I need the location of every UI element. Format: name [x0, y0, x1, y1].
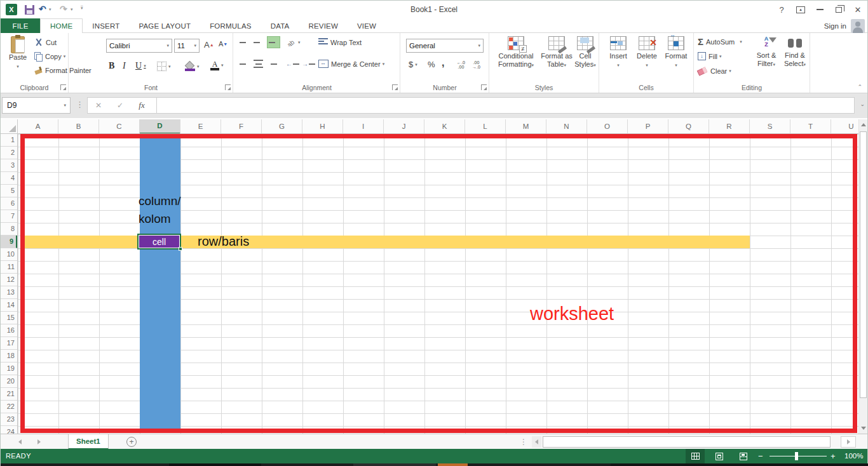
enter-icon[interactable]: ✓ [109, 101, 131, 110]
ribbon-tab-insert[interactable]: INSERT [83, 18, 129, 33]
column-header-N[interactable]: N [546, 119, 587, 134]
format-as-table-button[interactable]: Format as Table▾ [540, 36, 573, 69]
minimize-button[interactable] [810, 1, 829, 18]
middle-align-button[interactable] [254, 38, 263, 46]
ribbon-tab-file[interactable]: FILE [1, 18, 40, 33]
column-header-K[interactable]: K [424, 119, 465, 134]
align-left-button[interactable] [240, 60, 249, 68]
cut-button[interactable]: Cut [34, 38, 57, 46]
undo-icon[interactable]: ↶ [39, 4, 46, 14]
row-header-16[interactable]: 16 [1, 324, 17, 337]
paste-dropdown-icon[interactable]: ▾ [17, 62, 19, 70]
select-all-corner[interactable] [1, 119, 18, 134]
shrink-font-button[interactable]: A▼ [219, 40, 227, 48]
row-header-9[interactable]: 9 [1, 236, 17, 248]
column-header-U[interactable]: U [831, 119, 860, 134]
vertical-scrollbar-thumb[interactable] [860, 131, 867, 398]
increase-decimal-button[interactable]: ←.0.00 [457, 60, 468, 69]
collapse-ribbon-icon[interactable]: ⌃ [857, 84, 862, 90]
row-header-3[interactable]: 3 [1, 159, 17, 172]
redo-icon[interactable]: ↷ [60, 4, 67, 14]
next-sheet-icon[interactable] [37, 439, 41, 444]
number-dialog-launcher[interactable] [481, 84, 487, 90]
insert-cells-button[interactable]: Insert▾ [606, 36, 631, 69]
scroll-up-icon[interactable] [859, 119, 868, 130]
redo-dropdown-icon[interactable]: ▾ [71, 7, 73, 12]
delete-cells-button[interactable]: ✕ Delete▾ [634, 36, 660, 69]
close-button[interactable]: ✕ [848, 1, 867, 18]
column-header-S[interactable]: S [750, 119, 790, 134]
merge-center-button[interactable]: Merge & Center▾ [318, 60, 384, 68]
row-header-18[interactable]: 18 [1, 350, 17, 363]
font-dialog-launcher[interactable] [225, 84, 231, 90]
zoom-level[interactable]: 100% [844, 452, 863, 460]
sheet-tab-sheet1[interactable]: Sheet1 [68, 434, 109, 449]
row-header-7[interactable]: 7 [1, 210, 17, 223]
ribbon-tab-home[interactable]: HOME [40, 18, 83, 34]
grow-font-button[interactable]: A▲ [204, 40, 214, 50]
column-header-G[interactable]: G [262, 119, 302, 134]
ribbon-display-options-button[interactable]: ▴ [791, 1, 810, 18]
row-header-12[interactable]: 12 [1, 274, 17, 286]
decrease-decimal-button[interactable]: .00→.0 [472, 60, 483, 69]
font-size-combo[interactable]: 11▾ [174, 39, 200, 53]
fill-button[interactable]: ↓Fill▾ [698, 52, 722, 60]
tabbar-resize-handle[interactable]: ⋮ [520, 437, 527, 446]
column-header-B[interactable]: B [58, 119, 99, 134]
column-header-R[interactable]: R [709, 119, 750, 134]
formula-bar[interactable]: ✕ ✓ fx [87, 97, 855, 114]
column-header-J[interactable]: J [384, 119, 424, 134]
ribbon-tab-review[interactable]: REVIEW [299, 18, 348, 33]
paste-button[interactable]: Paste ▾ [6, 36, 30, 70]
clear-button[interactable]: Clear▾ [698, 67, 731, 75]
row-header-15[interactable]: 15 [1, 312, 17, 324]
save-icon[interactable] [25, 5, 34, 15]
page-break-view-button[interactable] [734, 449, 753, 463]
column-header-E[interactable]: E [180, 119, 221, 134]
copy-button[interactable]: Copy▾ [34, 52, 65, 60]
top-align-button[interactable] [240, 38, 249, 46]
new-sheet-button[interactable]: + [126, 437, 137, 447]
sign-in-label[interactable]: Sign in [824, 22, 846, 30]
column-header-O[interactable]: O [587, 119, 628, 134]
ribbon-tab-page-layout[interactable]: PAGE LAYOUT [129, 18, 200, 33]
row-header-13[interactable]: 13 [1, 286, 17, 299]
sign-in-zone[interactable]: Sign in [824, 19, 865, 33]
row-header-22[interactable]: 22 [1, 401, 17, 413]
autosum-button[interactable]: ΣAutoSum▾ [698, 37, 742, 46]
conditional-formatting-button[interactable]: ≠ Conditional Formatting▾ [492, 36, 540, 69]
scroll-right-icon[interactable] [841, 436, 856, 448]
expand-formula-bar-icon[interactable]: ⌄ [860, 101, 865, 107]
scroll-left-icon[interactable] [532, 436, 541, 448]
qat-customize-icon[interactable]: ▾̅ [81, 6, 83, 11]
ribbon-tab-view[interactable]: VIEW [348, 18, 386, 33]
column-header-A[interactable]: A [18, 119, 58, 134]
cancel-icon[interactable]: ✕ [88, 101, 109, 110]
column-header-P[interactable]: P [628, 119, 668, 134]
vertical-scrollbar[interactable] [858, 119, 867, 434]
row-header-14[interactable]: 14 [1, 299, 17, 312]
row-header-1[interactable]: 1 [1, 134, 17, 147]
bottom-align-button[interactable] [268, 37, 280, 48]
percent-style-button[interactable]: % [428, 60, 435, 69]
row-header-4[interactable]: 4 [1, 172, 17, 185]
row-header-21[interactable]: 21 [1, 388, 17, 401]
ribbon-tab-data[interactable]: DATA [261, 18, 299, 33]
column-header-M[interactable]: M [506, 119, 546, 134]
clipboard-dialog-launcher[interactable] [60, 84, 66, 90]
number-format-combo[interactable]: General▾ [406, 39, 484, 53]
comma-style-button[interactable]: , [442, 57, 444, 69]
row-header-6[interactable]: 6 [1, 197, 17, 210]
insert-function-icon[interactable]: fx [131, 100, 153, 110]
find-select-button[interactable]: Find & Select▾ [781, 36, 809, 69]
name-box[interactable]: D9 ▾ [2, 97, 71, 114]
align-right-button[interactable] [268, 60, 277, 68]
zoom-slider-handle[interactable] [795, 452, 798, 460]
column-header-C[interactable]: C [99, 119, 140, 134]
avatar[interactable] [851, 19, 865, 33]
column-header-H[interactable]: H [302, 119, 343, 134]
fill-color-button[interactable]: ▾ [185, 62, 200, 71]
cell-styles-button[interactable]: Cell Styles▾ [572, 36, 599, 69]
zoom-slider-track[interactable] [770, 456, 827, 456]
row-header-23[interactable]: 23 [1, 413, 17, 426]
